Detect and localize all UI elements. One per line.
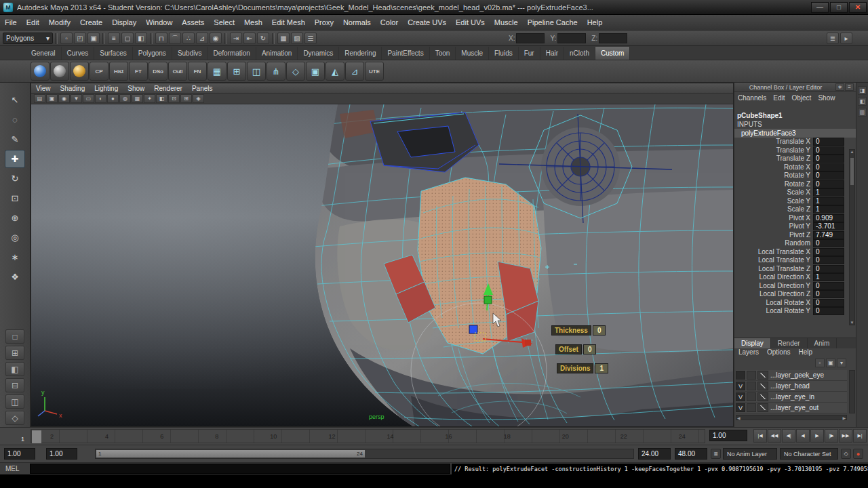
mel-label[interactable]: MEL — [5, 465, 20, 472]
select-component-icon[interactable]: ◧ — [135, 33, 147, 44]
tool-settings-toggle-icon[interactable]: ▥ — [858, 108, 867, 117]
channel-attribute-value[interactable]: 0 — [813, 163, 844, 171]
close-icon[interactable]: ✕ — [849, 2, 867, 13]
layout-persp-outliner-icon[interactable]: ◧ — [5, 362, 24, 376]
menu-item[interactable]: Muscle — [490, 16, 523, 29]
menu-item[interactable]: File — [0, 16, 22, 29]
shelf-tab[interactable]: Toon — [430, 47, 456, 60]
select-tool-icon[interactable]: ↖ — [5, 91, 25, 109]
scene-new-icon[interactable]: ▫ — [60, 33, 73, 44]
time-slider-track[interactable]: 24681012141618202224 1 — [31, 429, 705, 443]
textured-icon[interactable]: ▦ — [132, 94, 143, 103]
layer-color-swatch[interactable] — [757, 392, 768, 401]
scroll-left-icon[interactable]: ◀ — [737, 415, 741, 420]
channel-attribute-value[interactable]: 0 — [813, 155, 844, 163]
channel-attribute-row[interactable]: Rotate X 0 — [734, 163, 856, 172]
channel-scrollbar[interactable]: ▲ ▼ — [849, 149, 855, 325]
step-forward-key-icon[interactable]: |▶ — [825, 429, 838, 443]
shelf-tab[interactable]: Subdivs — [172, 47, 208, 60]
select-hierarchy-icon[interactable]: ≡ — [108, 33, 120, 44]
rotate-tool-icon[interactable]: ↻ — [5, 169, 25, 188]
shelf-item-torus[interactable] — [70, 62, 89, 81]
layer-editor-menu-item[interactable]: Help — [794, 348, 816, 358]
playhead[interactable] — [32, 430, 41, 443]
channel-box-menu-item[interactable]: Show — [814, 94, 838, 102]
maximize-icon[interactable]: □ — [830, 2, 848, 13]
shelf-item-bevel[interactable]: ◇ — [286, 62, 305, 81]
shelf-item-ute[interactable]: UTE — [365, 62, 384, 81]
channel-attribute-value[interactable]: 0 — [813, 239, 844, 247]
channel-attribute-value[interactable]: 1 — [813, 273, 844, 281]
menu-item[interactable]: Assets — [177, 16, 209, 29]
shelf-item-outl[interactable]: Outl — [168, 62, 187, 81]
layer-visibility-toggle[interactable]: V — [736, 392, 745, 401]
play-backward-icon[interactable]: ◀ — [796, 429, 810, 443]
shelf-item-dso[interactable]: DSo — [149, 62, 167, 81]
wireframe-on-shaded-icon[interactable]: ◍ — [119, 94, 131, 103]
hud-offset-value[interactable]: 0 — [583, 344, 597, 354]
layout-single-pane-icon[interactable]: □ — [5, 329, 24, 344]
step-back-frame-icon[interactable]: ◀◀ — [768, 429, 781, 443]
menu-item[interactable]: Display — [107, 16, 141, 29]
snap-grid-icon[interactable]: ⊓ — [155, 33, 167, 44]
channel-attribute-row[interactable]: Translate Y 0 — [734, 146, 856, 155]
channel-attribute-value[interactable]: 0 — [813, 282, 844, 290]
layer-color-swatch[interactable] — [757, 382, 768, 390]
channel-attribute-row[interactable]: Local Direction X 1 — [734, 273, 856, 282]
menu-item[interactable]: Edit UVs — [451, 16, 490, 29]
shelf-item-split[interactable]: ⋔ — [267, 62, 285, 81]
collapse-status-line-icon[interactable]: ▸ — [840, 33, 852, 44]
channel-attribute-row[interactable]: Rotate Z 0 — [734, 180, 856, 189]
layer-editor-tab[interactable]: Render — [771, 338, 808, 348]
channel-attribute-value[interactable]: 0 — [813, 256, 844, 264]
channel-attribute-value[interactable]: 0 — [813, 299, 844, 307]
channel-attribute-row[interactable]: Local Direction Y 0 — [734, 282, 856, 291]
scroll-down-icon[interactable]: ▼ — [850, 321, 854, 325]
layer-row[interactable]: V ...layer_eye_out — [736, 403, 847, 413]
layer-playback-toggle[interactable] — [747, 371, 756, 380]
show-manipulator-icon[interactable]: ∗ — [5, 248, 25, 266]
menu-item[interactable]: Normals — [338, 16, 376, 29]
channel-manipulator-icon[interactable]: ∗ — [835, 83, 844, 91]
layer-row[interactable]: V ...layer_head — [736, 381, 847, 392]
shelf-item-ft[interactable]: FT — [129, 62, 148, 81]
shelf-item-bridge[interactable]: ⊞ — [227, 62, 246, 81]
paint-selection-tool-icon[interactable]: ✎ — [5, 130, 25, 148]
shelf-tab[interactable]: PaintEffects — [382, 47, 429, 60]
scale-tool-icon[interactable]: ⊡ — [5, 189, 25, 207]
mel-command-input[interactable] — [30, 464, 450, 474]
range-slider-track[interactable]: 1 24 — [95, 449, 634, 459]
smooth-shade-icon[interactable]: ● — [107, 94, 119, 103]
snap-curve-icon[interactable]: ⌒ — [169, 33, 181, 44]
channel-attribute-row[interactable]: Local Translate Y 0 — [734, 256, 856, 265]
universal-manipulator-icon[interactable]: ⊕ — [5, 209, 25, 227]
film-gate-icon[interactable]: ⊞ — [180, 94, 192, 103]
shelf-item-smooth[interactable]: ⊿ — [345, 62, 364, 81]
channel-attribute-value[interactable]: 0 — [813, 180, 844, 188]
lasso-tool-icon[interactable]: ◌ — [5, 110, 25, 129]
lock-camera-icon[interactable]: ▣ — [46, 94, 58, 103]
channel-attribute-value[interactable]: 1 — [813, 205, 844, 214]
animation-start-field[interactable]: 1.00 — [4, 448, 35, 460]
snap-point-icon[interactable]: ∴ — [182, 33, 195, 44]
scrollbar-thumb[interactable] — [850, 158, 854, 185]
character-set-selector[interactable]: No Character Set — [780, 448, 838, 460]
shelf-tab[interactable]: Muscle — [456, 47, 489, 60]
panel-menu-item[interactable]: Renderer — [149, 85, 187, 92]
last-tool-icon[interactable]: ❖ — [5, 268, 25, 286]
shelf-tab[interactable]: Surfaces — [94, 47, 132, 60]
channel-attribute-value[interactable]: 0 — [813, 138, 844, 146]
channel-attribute-row[interactable]: Translate Z 0 — [734, 155, 856, 163]
channel-attribute-row[interactable]: Random 0 — [734, 239, 856, 248]
construction-history-icon[interactable]: ↻ — [257, 33, 269, 44]
shelf-item-duplicate[interactable]: ◭ — [326, 62, 344, 81]
anim-layer-icon[interactable]: ≣ — [711, 449, 721, 459]
menu-item[interactable]: Window — [141, 16, 177, 29]
panel-menu-item[interactable]: Shading — [56, 85, 90, 92]
layer-row[interactable]: ...layer_geek_eye — [736, 370, 847, 381]
layer-playback-toggle[interactable] — [747, 403, 756, 412]
shelf-tab[interactable]: Custom — [595, 47, 630, 60]
layer-playback-toggle[interactable] — [747, 382, 756, 390]
new-empty-layer-icon[interactable]: ▫ — [815, 359, 825, 367]
scene-save-icon[interactable]: ▣ — [87, 33, 100, 44]
